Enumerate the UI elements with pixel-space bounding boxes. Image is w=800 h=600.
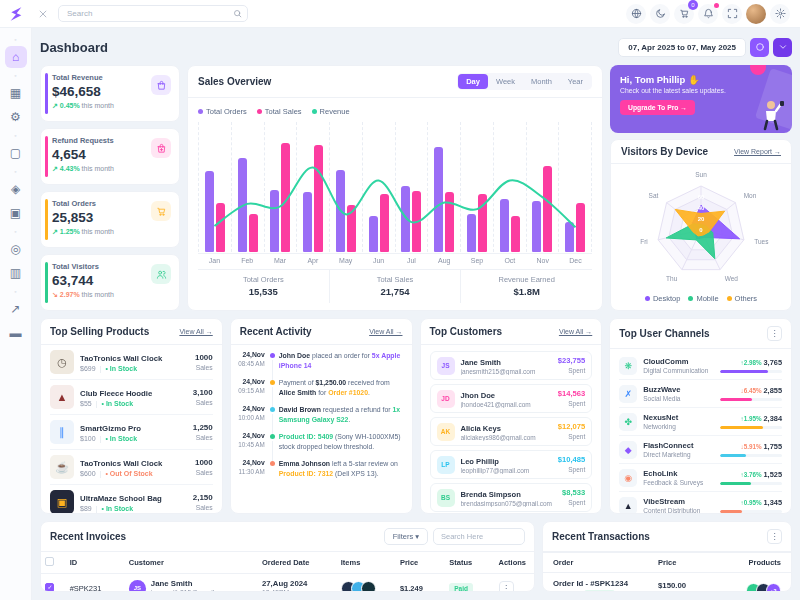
language-button[interactable]: [626, 4, 646, 24]
search-input[interactable]: [58, 5, 248, 22]
sidebar-item-package[interactable]: ▣: [5, 202, 27, 224]
diamond-icon: ◈: [11, 182, 20, 196]
customers-title: Top Customers: [430, 326, 503, 337]
transactions-menu-button[interactable]: ⋮: [767, 529, 782, 544]
archive-icon: ▥: [10, 266, 21, 280]
channel-change: ↑3.76%: [740, 471, 761, 478]
app-logo[interactable]: [0, 6, 32, 22]
recent-invoices-card: Recent Invoices Filters ▾ IDCustomerOrde…: [40, 521, 535, 592]
row-checkbox[interactable]: [45, 583, 54, 592]
channel-name: NexusNet: [643, 413, 714, 422]
filter-button[interactable]: [773, 38, 792, 57]
timeline-dot: [270, 461, 275, 466]
channel-progress: [720, 510, 782, 513]
channel-name: CloudComm: [643, 357, 714, 366]
globe-icon: [631, 8, 642, 19]
transaction-price: $150.00: [658, 581, 733, 590]
close-icon[interactable]: [32, 3, 54, 25]
top-selling-products-card: Top Selling Products View All → ◷TaoTron…: [40, 318, 223, 514]
tab-day[interactable]: Day: [458, 74, 488, 89]
channel-change: ↓5.91%: [740, 443, 761, 450]
legend-item: Others: [727, 294, 758, 303]
customer-avatar: JD: [437, 390, 455, 408]
invoices-title: Recent Invoices: [50, 531, 126, 542]
product-row: ∥SmartGizmo Pro$100|• In Stock1,250Sales: [50, 415, 213, 450]
activity-link[interactable]: Product ID: 7312: [279, 470, 333, 477]
cart-button[interactable]: 0: [674, 4, 694, 24]
tab-year[interactable]: Year: [560, 74, 591, 89]
product-sales: 1000Sales: [195, 458, 213, 477]
sidebar-item-diamond[interactable]: ◈: [5, 178, 27, 200]
product-price: $100: [80, 435, 96, 442]
sales-total: Total Sales21,754: [329, 270, 461, 303]
channel-value: 1,525: [764, 470, 783, 479]
sidebar-item-compass[interactable]: ◎: [5, 238, 27, 260]
customers-view-all-link[interactable]: View All →: [559, 328, 592, 335]
notifications-button[interactable]: [698, 4, 718, 24]
svg-text:Sat: Sat: [649, 192, 659, 199]
sidebar-item-home[interactable]: ⌂: [5, 46, 27, 68]
promo-banner: Hi, Tom Phillip ✋ Check out the latest s…: [610, 65, 792, 133]
kanban-icon: ▬: [10, 326, 22, 340]
compass-icon: ◎: [10, 242, 20, 256]
fullscreen-button[interactable]: [722, 4, 742, 24]
invoice-row: #SPK231JSJane Smithjanesmith215@gmail.co…: [41, 574, 534, 593]
bar-group: [329, 122, 362, 252]
products-view-all-link[interactable]: View All →: [179, 328, 212, 335]
activity-timestamp: 24,Nov10:00 AM: [233, 405, 265, 432]
customer-email: janesmith215@gmail.com: [151, 589, 229, 592]
search-icon: [233, 9, 242, 18]
upgrade-button[interactable]: Upgrade To Pro →: [620, 100, 695, 115]
date-range-picker[interactable]: 07, Apr 2025 to 07, May 2025: [618, 38, 746, 57]
bar-group: [296, 122, 329, 252]
product-name: SmartGizmo Pro: [80, 424, 141, 433]
svg-text:Wed: Wed: [725, 275, 739, 282]
bar: [336, 170, 345, 252]
product-row: ▲Club Fleece Hoodie$55|• In Stock3,100Sa…: [50, 380, 213, 415]
svg-text:Fri: Fri: [640, 238, 648, 245]
activity-view-all-link[interactable]: View All →: [369, 328, 402, 335]
bar-group: [231, 122, 264, 252]
bell-icon: [703, 8, 714, 19]
select-all-checkbox[interactable]: [45, 557, 54, 566]
invoice-id: #SPK231: [66, 574, 125, 593]
customer-email: leophillip77@gmail.com: [461, 467, 552, 474]
tab-week[interactable]: Week: [488, 74, 523, 89]
sidebar-item-settings[interactable]: ⚙: [5, 106, 27, 128]
sidebar-item-archive[interactable]: ▥: [5, 262, 27, 284]
activity-link[interactable]: Order #1020: [328, 389, 368, 396]
bar: [303, 192, 312, 252]
view-report-link[interactable]: View Report →: [734, 148, 781, 155]
dark-mode-button[interactable]: [650, 4, 670, 24]
filters-button[interactable]: Filters ▾: [384, 528, 428, 545]
channels-menu-button[interactable]: ⋮: [767, 326, 782, 341]
customer-row: LPLeo Phillipleophillip77@gmail.com$10,4…: [430, 450, 593, 479]
sidebar-item-file[interactable]: ▢: [5, 142, 27, 164]
sidebar-item-apps[interactable]: ▦: [5, 82, 27, 104]
channel-name: EchoLink: [643, 469, 714, 478]
column-header: ID: [66, 552, 125, 574]
item-thumbnails: [341, 581, 392, 593]
refresh-button[interactable]: [750, 38, 769, 57]
settings-button[interactable]: [770, 4, 790, 24]
sidebar-item-kanban[interactable]: ▬: [5, 322, 27, 344]
invoices-search-input[interactable]: [433, 528, 525, 545]
transactions-columns: OrderPriceProducts: [543, 552, 791, 573]
activity-link[interactable]: Product ID: 5409: [279, 433, 333, 440]
activity-text: John Doe placed an order for 5x Apple iP…: [279, 351, 403, 378]
channel-logo-icon: ✗: [619, 385, 637, 403]
legend-item: Total Orders: [198, 107, 247, 116]
stat-accent-bar: [45, 73, 48, 114]
bar-group: [558, 122, 592, 252]
row-actions-button[interactable]: ⋮: [499, 581, 514, 593]
sidebar-item-chart[interactable]: ↗: [5, 298, 27, 320]
top-customers-card: Top Customers View All → JSJane Smithjan…: [420, 318, 603, 514]
product-image: ▲: [50, 385, 74, 409]
product-name: TaoTronics Wall Clock: [80, 354, 162, 363]
x-axis-labels: JanFebMarAprMayJunJulAugSepOctNovDec: [198, 253, 592, 264]
user-avatar[interactable]: [746, 4, 766, 24]
legend-item: Mobile: [688, 294, 718, 303]
channel-value: 3,765: [764, 358, 783, 367]
tab-month[interactable]: Month: [523, 74, 560, 89]
customer-row: AKAlicia Keysaliciakeys986@gmail.com$12,…: [430, 417, 593, 446]
